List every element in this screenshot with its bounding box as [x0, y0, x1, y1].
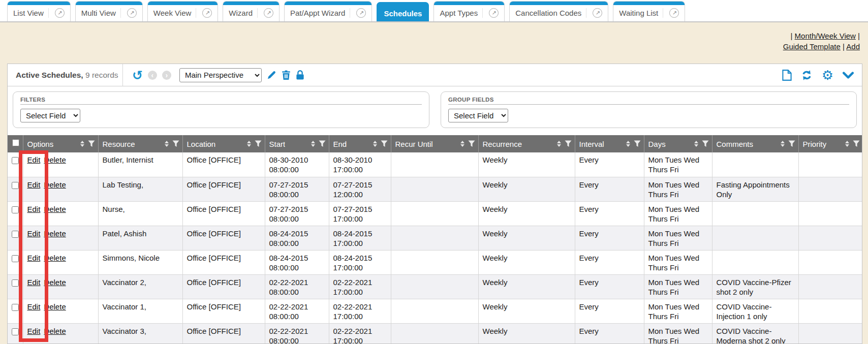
row-checkbox[interactable] [12, 255, 19, 262]
tab-wizard[interactable]: Wizard↗ [223, 1, 280, 21]
lock-icon[interactable] [296, 70, 304, 80]
new-document-icon[interactable] [782, 70, 792, 81]
cell-recurrence: Weekly [478, 274, 575, 299]
delete-link[interactable]: Delete [44, 155, 66, 164]
column-label: End [333, 140, 347, 148]
perspective-select[interactable]: Main Perspective [179, 68, 262, 82]
row-checkbox[interactable] [12, 304, 19, 311]
sort-icon[interactable] [460, 141, 464, 147]
filter-funnel-icon[interactable] [255, 140, 262, 147]
edit-link[interactable]: Edit [27, 180, 41, 189]
refresh-icon[interactable] [801, 70, 813, 81]
schedules-table: OptionsResourceLocationStartEndRecur Unt… [8, 135, 862, 344]
edit-link[interactable]: Edit [27, 254, 41, 262]
row-checkbox[interactable] [12, 231, 19, 238]
filter-funnel-icon[interactable] [788, 140, 795, 147]
collapse-chevron-icon[interactable] [843, 71, 854, 79]
delete-link[interactable]: Delete [44, 229, 66, 238]
edit-link[interactable]: Edit [27, 327, 41, 335]
popout-arrow-icon[interactable]: ↗ [55, 8, 65, 18]
sort-icon[interactable] [557, 141, 561, 147]
popout-arrow-icon[interactable]: ↗ [264, 8, 273, 18]
sort-icon[interactable] [694, 141, 698, 147]
group-fields-panel: GROUP FIELDS Select Field [441, 91, 857, 128]
filter-funnel-icon[interactable] [702, 140, 709, 147]
filter-funnel-icon[interactable] [853, 140, 860, 147]
tab-appt-types[interactable]: Appt Types↗ [433, 1, 505, 21]
filter-funnel-icon[interactable] [565, 140, 572, 147]
edit-link[interactable]: Edit [27, 205, 41, 213]
row-checkbox[interactable] [12, 328, 19, 335]
edit-pencil-icon[interactable] [267, 70, 276, 80]
cell-options: EditDelete [23, 250, 98, 274]
row-checkbox[interactable] [12, 157, 19, 164]
cell-end: 08-24-201517:00:00 [329, 250, 391, 274]
cell-interval: Every [575, 250, 644, 274]
cell-options: EditDelete [23, 274, 98, 299]
delete-link[interactable]: Delete [44, 205, 66, 213]
edit-link[interactable]: Edit [27, 155, 41, 164]
tab-accent-bar [613, 2, 685, 5]
popout-arrow-icon[interactable]: ↗ [356, 8, 366, 18]
cell-select [8, 177, 23, 201]
cell-resource: Patel, Ashish [98, 226, 182, 250]
undo-icon[interactable]: ↺ [132, 70, 143, 80]
edit-link[interactable]: Edit [27, 278, 41, 287]
tab-label: Waiting List [619, 9, 658, 17]
filters-field-select[interactable]: Select Field [20, 109, 80, 122]
sort-icon[interactable] [165, 141, 169, 147]
row-checkbox[interactable] [12, 279, 19, 287]
delete-link[interactable]: Delete [44, 327, 66, 335]
filter-funnel-icon[interactable] [381, 140, 388, 147]
delete-link[interactable]: Delete [44, 180, 66, 189]
select-all-checkbox[interactable] [12, 139, 19, 146]
delete-link[interactable]: Delete [44, 278, 66, 287]
tab-list-view[interactable]: List View↗ [7, 1, 71, 21]
add-link[interactable]: Add [846, 42, 860, 51]
popout-arrow-icon[interactable]: ↗ [669, 8, 679, 18]
filter-funnel-icon[interactable] [468, 140, 475, 147]
row-checkbox[interactable] [12, 182, 19, 189]
popout-arrow-icon[interactable]: ↗ [202, 8, 212, 18]
sort-icon[interactable] [311, 141, 315, 147]
sort-icon[interactable] [247, 141, 251, 147]
edit-link[interactable]: Edit [27, 229, 41, 238]
tab-week-view[interactable]: Week View↗ [147, 1, 218, 21]
cell-interval: Every [575, 152, 644, 177]
group-fields-field-select[interactable]: Select Field [448, 109, 508, 122]
tab-schedules[interactable]: Schedules [377, 2, 429, 21]
filter-funnel-icon[interactable] [319, 140, 326, 147]
popout-arrow-icon[interactable]: ↗ [489, 8, 499, 18]
column-header-start: Start [265, 135, 329, 152]
row-checkbox[interactable] [12, 206, 19, 213]
sort-icon[interactable] [845, 141, 849, 147]
tab-waiting-list[interactable]: Waiting List↗ [613, 1, 685, 21]
sort-icon[interactable] [80, 141, 84, 147]
month-week-view-link[interactable]: Month/Week View [795, 32, 856, 40]
next-perspective-icon[interactable]: › [162, 71, 171, 80]
tab-accent-bar [285, 2, 371, 5]
tab-cancellation-codes[interactable]: Cancellation Codes↗ [509, 1, 608, 21]
cell-resource: Lab Testing, [98, 177, 182, 201]
delete-trash-icon[interactable] [282, 70, 291, 80]
cell-select [8, 323, 23, 344]
popout-arrow-icon[interactable]: ↗ [593, 8, 602, 18]
filter-funnel-icon[interactable] [88, 140, 95, 147]
previous-perspective-icon[interactable]: ‹ [148, 71, 157, 80]
sort-icon[interactable] [781, 141, 785, 147]
tab-multi-view[interactable]: Multi View↗ [75, 1, 143, 21]
settings-gear-icon[interactable]: ⚙ [822, 70, 833, 80]
edit-link[interactable]: Edit [27, 302, 41, 311]
sort-icon[interactable] [373, 141, 377, 147]
tab-pat-appt-wizard[interactable]: Pat/Appt Wizard↗ [284, 1, 372, 21]
filter-funnel-icon[interactable] [172, 140, 179, 147]
tab-divider [350, 8, 350, 18]
sort-icon[interactable] [626, 141, 630, 147]
cell-start: 07-27-201508:00:00 [265, 201, 329, 226]
cell-start: 02-22-202108:00:00 [265, 299, 329, 323]
guided-template-link[interactable]: Guided Template [783, 42, 841, 51]
popout-arrow-icon[interactable]: ↗ [127, 8, 137, 18]
filter-funnel-icon[interactable] [634, 140, 641, 147]
delete-link[interactable]: Delete [44, 302, 66, 311]
delete-link[interactable]: Delete [44, 254, 66, 262]
